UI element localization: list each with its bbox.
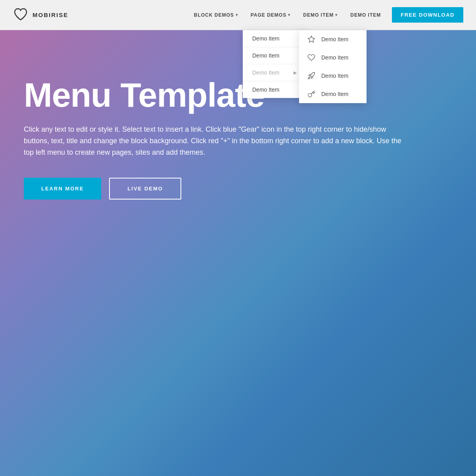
- brand: MOBIRISE: [13, 6, 68, 24]
- heart-icon: [13, 6, 29, 24]
- chevron-down-icon: ▾: [335, 13, 338, 17]
- hero-title: Menu Template: [24, 78, 452, 112]
- submenu-item-2[interactable]: Demo Item: [299, 48, 367, 67]
- live-demo-button[interactable]: LIVE DEMO: [109, 178, 181, 200]
- chevron-down-icon: ▾: [236, 13, 238, 17]
- chevron-down-icon: ▾: [288, 13, 290, 17]
- nav-links: BLOCK DEMOS ▾ PAGE DEMOS ▾ DEMO ITEM ▾ D…: [189, 7, 463, 23]
- dropdown-menu: Demo Item Demo Item Demo Item ▶ Demo Ite…: [243, 30, 306, 98]
- submenu-item-1[interactable]: Demo Item: [299, 30, 367, 48]
- svg-marker-0: [308, 36, 315, 42]
- key-icon: [307, 90, 316, 98]
- submenu-item-3[interactable]: Demo Item: [299, 67, 367, 85]
- heart-icon: [307, 54, 316, 61]
- dropdown-item-4[interactable]: Demo Item: [243, 81, 306, 98]
- nav-item-block-demos[interactable]: BLOCK DEMOS ▾: [189, 9, 243, 21]
- navbar: MOBIRISE BLOCK DEMOS ▾ PAGE DEMOS ▾ DEMO…: [0, 0, 476, 30]
- nav-item-page-demos[interactable]: PAGE DEMOS ▾: [246, 9, 295, 21]
- star-icon: [307, 35, 316, 43]
- dropdown-item-1[interactable]: Demo Item: [243, 30, 306, 47]
- hero-description: Click any text to edit or style it. Sele…: [24, 124, 405, 158]
- nav-item-demo-item-1[interactable]: DEMO ITEM ▾: [298, 9, 342, 21]
- chevron-right-icon: ▶: [294, 70, 297, 75]
- hero-section: Menu Template Click any text to edit or …: [0, 30, 476, 476]
- rocket-icon: [307, 72, 316, 80]
- nav-item-demo-item-2[interactable]: DEMO ITEM: [345, 9, 386, 21]
- hero-buttons: LEARN MORE LIVE DEMO: [24, 178, 452, 200]
- learn-more-button[interactable]: LEARN MORE: [24, 178, 101, 200]
- submenu: Demo Item Demo Item Demo Item Demo Item: [299, 30, 367, 103]
- free-download-button[interactable]: FREE DOWNLOAD: [392, 7, 463, 23]
- submenu-item-4[interactable]: Demo Item: [299, 85, 367, 103]
- dropdown-item-2[interactable]: Demo Item: [243, 47, 306, 64]
- dropdown-item-3[interactable]: Demo Item ▶: [243, 64, 306, 81]
- brand-name: MOBIRISE: [33, 12, 68, 18]
